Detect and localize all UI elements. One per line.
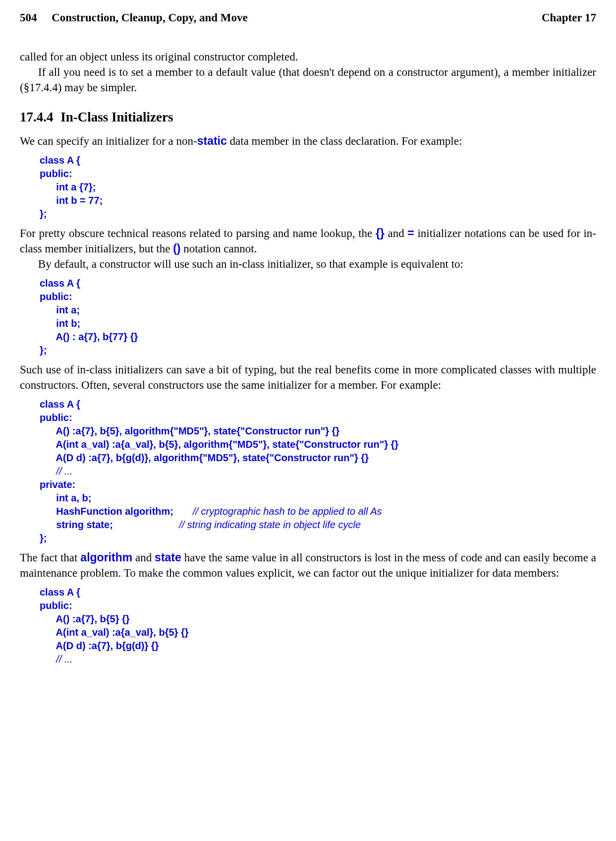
code-line: A(D d) :a{7}, b{g(d)}, algorithm{"MD5"},… [40, 452, 369, 463]
code-line: public: [40, 412, 72, 423]
text-run: notation cannot. [180, 242, 257, 255]
body-paragraph: The fact that algorithm and state have t… [20, 550, 596, 581]
code-line: A() :a{7}, b{5} {} [40, 613, 130, 624]
body-paragraph: called for an object unless its original… [20, 49, 596, 64]
inline-code-equals: = [407, 227, 414, 240]
body-paragraph: We can specify an initializer for a non-… [20, 133, 596, 149]
code-line: int b; [40, 318, 80, 329]
code-line: HashFunction algorithm; [40, 506, 173, 517]
text-run: and [132, 551, 155, 564]
code-line: int a {7}; [40, 181, 96, 192]
code-comment: // string indicating state in object lif… [179, 519, 361, 530]
inline-code-braces: {} [376, 227, 385, 240]
code-block-4: class A { public: A() :a{7}, b{5} {} A(i… [40, 586, 596, 666]
chapter-title: Construction, Cleanup, Copy, and Move [52, 11, 248, 24]
code-line: int b = 77; [40, 195, 103, 206]
code-comment: // cryptographic hash to be applied to a… [193, 506, 382, 517]
code-line: }; [40, 208, 47, 219]
code-line: class A { [40, 278, 80, 289]
section-title: In-Class Initializers [60, 110, 173, 124]
code-line: A(int a_val) :a{a_val}, b{5} {} [40, 627, 189, 638]
code-line: class A { [40, 155, 80, 166]
code-block-2: class A { public: int a; int b; A() : a{… [40, 277, 596, 357]
text-run: data member in the class declaration. Fo… [227, 135, 462, 147]
code-line: private: [40, 479, 75, 490]
code-line: class A { [40, 587, 80, 598]
code-line: string state; [40, 519, 113, 530]
body-paragraph: Such use of in-class initializers can sa… [20, 362, 596, 393]
chapter-label: Chapter 17 [542, 10, 596, 25]
code-line: A(D d) :a{7}, b{g(d)} {} [40, 640, 159, 651]
code-line [40, 654, 56, 664]
code-line [40, 466, 56, 477]
code-line: }; [40, 533, 47, 543]
inline-code-algorithm: algorithm [80, 551, 132, 564]
code-line: int a, b; [40, 492, 91, 503]
text-run: For pretty obscure technical reasons rel… [20, 227, 376, 240]
page-header: 504 Construction, Cleanup, Copy, and Mov… [20, 10, 596, 25]
code-pad [173, 506, 193, 517]
inline-code-parens: () [173, 242, 180, 255]
body-paragraph: If all you need is to set a member to a … [20, 64, 596, 95]
code-pad [113, 519, 179, 530]
code-line: public: [40, 168, 72, 179]
code-line: A() : a{7}, b{77} {} [40, 331, 138, 342]
code-line: A() :a{7}, b{5}, algorithm{"MD5"}, state… [40, 425, 339, 436]
code-line: public: [40, 291, 72, 302]
code-line: A(int a_val) :a{a_val}, b{5}, algorithm{… [40, 439, 398, 450]
inline-code-state: state [155, 551, 181, 564]
code-line: int a; [40, 304, 80, 315]
body-paragraph: For pretty obscure technical reasons rel… [20, 226, 596, 256]
page-number: 504 [20, 11, 37, 24]
header-left: 504 Construction, Cleanup, Copy, and Mov… [20, 10, 248, 25]
text-run: and [385, 227, 408, 240]
inline-code-static: static [197, 134, 227, 147]
code-line: class A { [40, 399, 80, 410]
code-block-1: class A { public: int a {7}; int b = 77;… [40, 154, 596, 221]
code-line: public: [40, 600, 72, 611]
body-paragraph: By default, a constructor will use such … [20, 256, 596, 272]
code-block-3: class A { public: A() :a{7}, b{5}, algor… [40, 398, 596, 545]
section-number: 17.4.4 [20, 110, 54, 124]
text-run: The fact that [20, 551, 80, 564]
text-run: We can specify an initializer for a non- [20, 135, 197, 147]
code-comment: // ... [56, 654, 72, 664]
section-heading: 17.4.4 In-Class Initializers [20, 108, 596, 126]
code-comment: // ... [56, 466, 72, 477]
code-line: }; [40, 345, 47, 356]
